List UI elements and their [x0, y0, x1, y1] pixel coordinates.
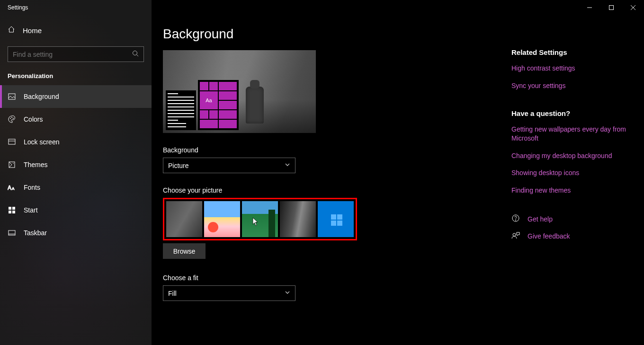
link-give-feedback[interactable]: Give feedback — [528, 232, 570, 240]
themes-icon — [8, 161, 16, 168]
svg-point-22 — [515, 220, 516, 221]
svg-point-7 — [10, 118, 10, 118]
svg-text:A: A — [8, 185, 11, 191]
background-dropdown[interactable]: Picture — [163, 158, 295, 173]
sidebar-item-label: Colors — [24, 115, 43, 123]
svg-rect-1 — [609, 6, 614, 10]
sidebar-item-label: Fonts — [24, 184, 40, 191]
sidebar-item-label: Themes — [24, 161, 48, 168]
home-label: Home — [23, 27, 42, 35]
sidebar-item-fonts[interactable]: AA Fonts — [0, 176, 152, 199]
sidebar-item-start[interactable]: Start — [0, 199, 152, 221]
give-feedback-row: Give feedback — [511, 231, 633, 241]
fit-dropdown-value: Fill — [168, 290, 177, 297]
related-links: High contrast settings Sync your setting… — [511, 64, 633, 90]
picture-thumb-3[interactable] — [242, 201, 278, 237]
chevron-down-icon — [285, 290, 290, 297]
svg-point-9 — [13, 118, 13, 118]
question-heading: Have a question? — [511, 109, 633, 117]
help-icon — [511, 214, 520, 224]
fit-dropdown[interactable]: Fill — [163, 285, 295, 301]
home-button[interactable]: Home — [0, 19, 152, 42]
sidebar-item-label: Background — [24, 93, 59, 100]
sidebar-item-taskbar[interactable]: Taskbar — [0, 221, 152, 244]
svg-point-4 — [133, 51, 137, 55]
window-title: Settings — [8, 4, 28, 11]
fonts-icon: AA — [8, 184, 16, 191]
preview-wallpaper-figure — [246, 87, 264, 124]
browse-button[interactable]: Browse — [163, 243, 206, 259]
svg-point-23 — [513, 233, 516, 236]
preview-start-tiles: Aa — [198, 80, 239, 130]
sidebar-item-colors[interactable]: Colors — [0, 108, 152, 131]
choose-picture-label: Choose your picture — [163, 186, 500, 194]
background-label: Background — [163, 146, 500, 154]
svg-line-5 — [137, 55, 139, 57]
link-getting-wallpapers[interactable]: Getting new wallpapers every day from Mi… — [511, 125, 633, 143]
picture-thumb-4[interactable] — [280, 201, 316, 237]
lockscreen-icon — [8, 138, 16, 146]
svg-rect-18 — [12, 211, 15, 213]
link-finding-themes[interactable]: Finding new themes — [511, 186, 633, 195]
sidebar-item-background[interactable]: Background — [0, 85, 152, 108]
sidebar-item-label: Lock screen — [24, 138, 59, 146]
picture-thumb-1[interactable] — [166, 201, 202, 237]
link-showing-icons[interactable]: Showing desktop icons — [511, 168, 633, 177]
taskbar-icon — [8, 229, 16, 237]
sidebar-item-label: Start — [24, 206, 38, 214]
home-icon — [8, 26, 15, 35]
page-title: Background — [163, 27, 500, 42]
picture-thumb-2[interactable] — [204, 201, 240, 237]
start-icon — [8, 206, 16, 214]
window-controls — [579, 0, 644, 15]
svg-text:A: A — [12, 186, 15, 191]
search-box[interactable] — [8, 46, 144, 62]
svg-rect-16 — [12, 207, 15, 210]
sidebar-item-label: Taskbar — [24, 229, 47, 237]
sidebar-group-header: Personalization — [0, 62, 152, 85]
sidebar-item-themes[interactable]: Themes — [0, 153, 152, 176]
preview-start-list — [166, 90, 196, 130]
picture-thumbnails — [166, 201, 354, 237]
link-changing-background[interactable]: Changing my desktop background — [511, 151, 633, 160]
maximize-button[interactable] — [600, 0, 622, 15]
link-get-help[interactable]: Get help — [528, 215, 553, 223]
fit-label: Choose a fit — [163, 274, 500, 282]
picture-row-highlight — [163, 198, 357, 240]
question-links: Getting new wallpapers every day from Mi… — [511, 125, 633, 195]
right-column: Related Settings High contrast settings … — [511, 15, 644, 345]
desktop-preview: Aa — [163, 50, 316, 133]
mouse-cursor-icon — [252, 217, 259, 227]
feedback-icon — [511, 231, 520, 241]
content-column: Background Aa — [152, 15, 511, 345]
search-icon — [132, 50, 139, 58]
picture-thumb-5[interactable] — [318, 201, 354, 237]
main-area: Background Aa — [152, 0, 644, 345]
close-button[interactable] — [622, 0, 644, 15]
background-dropdown-value: Picture — [168, 162, 189, 169]
titlebar: Settings — [0, 0, 644, 15]
get-help-row: Get help — [511, 214, 633, 224]
svg-rect-15 — [9, 207, 11, 210]
svg-point-8 — [11, 117, 12, 117]
link-sync-settings[interactable]: Sync your settings — [511, 81, 633, 90]
search-input[interactable] — [13, 51, 132, 58]
palette-icon — [8, 115, 16, 123]
related-settings-heading: Related Settings — [511, 48, 633, 56]
svg-rect-17 — [9, 211, 11, 213]
link-high-contrast[interactable]: High contrast settings — [511, 64, 633, 73]
svg-rect-6 — [9, 94, 15, 99]
minimize-button[interactable] — [579, 0, 600, 15]
sidebar-item-lockscreen[interactable]: Lock screen — [0, 131, 152, 153]
sidebar: Home Personalization Background Colors L… — [0, 0, 152, 345]
picture-icon — [8, 93, 16, 100]
svg-rect-10 — [9, 139, 15, 144]
svg-rect-19 — [9, 230, 15, 235]
preview-start-overlay: Aa — [166, 80, 239, 130]
preview-accent-tile: Aa — [200, 91, 218, 109]
chevron-down-icon — [285, 162, 290, 169]
